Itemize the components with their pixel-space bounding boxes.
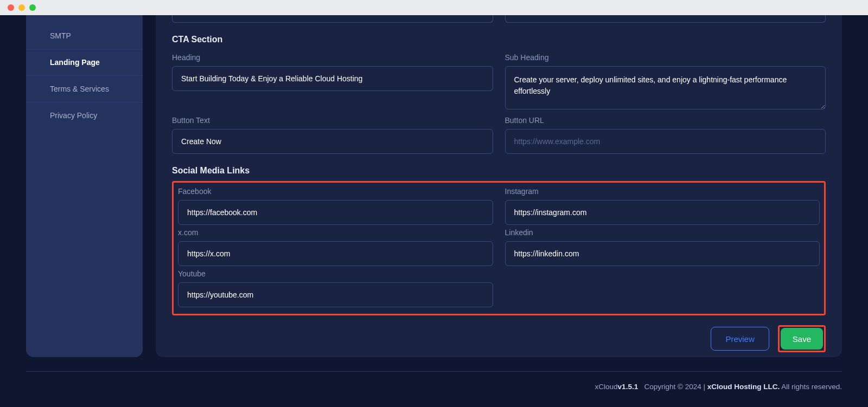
subheading-label: Sub Heading xyxy=(505,53,826,62)
window-close-button[interactable] xyxy=(8,4,14,11)
footer-brand: xCloud xyxy=(595,383,618,391)
footer-company: xCloud Hosting LLC. xyxy=(707,383,780,391)
instagram-label: Instagram xyxy=(505,187,820,196)
window-zoom-button[interactable] xyxy=(29,4,36,11)
xcom-input[interactable] xyxy=(178,241,493,266)
landing-page-form: CTA Section Heading Sub Heading Create y… xyxy=(156,15,842,357)
button-url-input[interactable] xyxy=(505,129,826,154)
truncated-input-right[interactable] xyxy=(505,15,826,23)
social-section-title: Social Media Links xyxy=(172,166,826,176)
save-button[interactable]: Save xyxy=(781,328,823,350)
footer-copyright: Copyright © 2024 | xyxy=(644,383,705,391)
preview-button[interactable]: Preview xyxy=(711,327,769,351)
footer-rights: All rights reserved. xyxy=(781,383,842,391)
page-footer: xCloudv1.5.1 Copyright © 2024 | xCloud H… xyxy=(26,371,842,391)
subheading-textarea[interactable]: Create your server, deploy unlimited sit… xyxy=(505,66,826,109)
save-button-highlight: Save xyxy=(778,325,826,352)
xcom-label: x.com xyxy=(178,228,493,237)
youtube-label: Youtube xyxy=(178,269,493,278)
youtube-input[interactable] xyxy=(178,282,493,307)
facebook-input[interactable] xyxy=(178,200,493,225)
button-text-input[interactable] xyxy=(172,129,493,154)
footer-version: v1.5.1 xyxy=(618,383,639,391)
cta-section-title: CTA Section xyxy=(172,35,826,44)
linkedin-label: Linkedin xyxy=(505,228,820,237)
instagram-input[interactable] xyxy=(505,200,820,225)
button-text-label: Button Text xyxy=(172,116,493,125)
heading-input[interactable] xyxy=(172,66,493,91)
truncated-input-left[interactable] xyxy=(172,15,493,23)
sidebar-item-privacy[interactable]: Privacy Policy xyxy=(26,102,143,128)
sidebar-item-terms[interactable]: Terms & Services xyxy=(26,76,143,102)
sidebar-item-smtp[interactable]: SMTP xyxy=(26,23,143,49)
window-titlebar xyxy=(0,0,868,15)
window-minimize-button[interactable] xyxy=(18,4,25,11)
social-links-highlight: Facebook Instagram x.com Linkedin xyxy=(172,181,826,315)
button-url-label: Button URL xyxy=(505,116,826,125)
sidebar-item-landing-page[interactable]: Landing Page xyxy=(26,49,143,76)
facebook-label: Facebook xyxy=(178,187,493,196)
linkedin-input[interactable] xyxy=(505,241,820,266)
heading-label: Heading xyxy=(172,53,493,62)
settings-sidebar: SMTP Landing Page Terms & Services Priva… xyxy=(26,15,143,357)
